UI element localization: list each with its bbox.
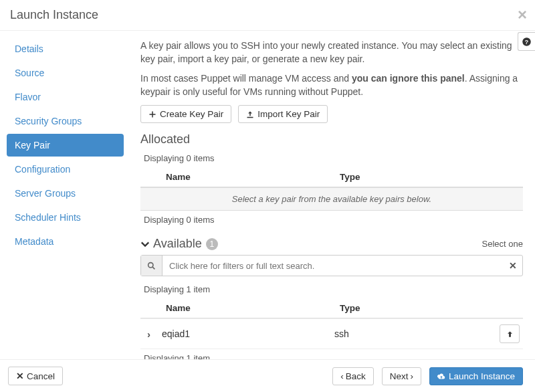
help-icon: ? — [522, 37, 532, 47]
available-count-badge: 1 — [206, 238, 218, 250]
modal-header: Launch Instance × — [0, 0, 535, 31]
clear-search-icon[interactable]: ✕ — [504, 260, 522, 271]
next-button[interactable]: Next › — [382, 367, 421, 385]
col-name-header: Name — [166, 172, 340, 182]
allocated-count-bottom: Displaying 0 items — [140, 211, 523, 229]
create-key-pair-button[interactable]: Create Key Pair — [140, 105, 231, 123]
available-table-header: Name Type — [140, 298, 523, 318]
content-panel: A key pair allows you to SSH into your n… — [124, 31, 535, 360]
sidebar-item-server-groups[interactable]: Server Groups — [7, 182, 124, 205]
help-button[interactable]: ? — [518, 32, 535, 51]
table-row: › eqiad1 ssh — [140, 318, 523, 349]
plus-icon — [148, 110, 156, 118]
svg-text:?: ? — [525, 38, 528, 45]
search-icon — [147, 262, 156, 270]
available-heading[interactable]: Available 1 Select one — [140, 237, 523, 251]
upload-icon — [246, 110, 254, 118]
chevron-right-icon: › — [410, 371, 413, 381]
sidebar-item-configuration[interactable]: Configuration — [7, 158, 124, 181]
col-type-header: Type — [340, 172, 498, 182]
modal-body: Details Source Flavor Security Groups Ke… — [0, 31, 535, 360]
allocate-button[interactable] — [500, 324, 520, 343]
modal-title: Launch Instance — [10, 8, 525, 22]
sidebar: Details Source Flavor Security Groups Ke… — [0, 31, 124, 360]
sidebar-item-metadata[interactable]: Metadata — [7, 230, 124, 253]
chevron-left-icon: ‹ — [340, 371, 344, 381]
svg-point-2 — [148, 262, 153, 267]
sidebar-item-source[interactable]: Source — [7, 62, 124, 84]
row-type: ssh — [334, 328, 500, 339]
cancel-button[interactable]: ✕ Cancel — [8, 367, 63, 385]
sidebar-item-details[interactable]: Details — [7, 37, 124, 60]
intro-text-2: In most cases Puppet will manage VM acce… — [140, 72, 523, 99]
search-icon-box[interactable] — [141, 256, 163, 276]
x-icon: ✕ — [16, 371, 24, 381]
select-one-label: Select one — [482, 239, 523, 249]
footer-right: ‹ Back Next › Launch Instance — [332, 367, 527, 385]
row-name: eqiad1 — [162, 328, 334, 339]
close-icon[interactable]: × — [518, 5, 527, 24]
col-type-header-2: Type — [340, 303, 471, 313]
launch-instance-button[interactable]: Launch Instance — [429, 367, 523, 385]
expand-row-icon[interactable]: › — [147, 328, 162, 340]
sidebar-item-scheduler-hints[interactable]: Scheduler Hints — [7, 206, 124, 229]
search-input[interactable] — [163, 256, 504, 276]
available-count-bottom: Displaying 1 item — [140, 349, 523, 360]
col-name-header-2: Name — [166, 303, 340, 313]
chevron-down-icon — [140, 239, 150, 249]
modal-footer: ✕ Cancel ‹ Back Next › Launch Instance — [0, 359, 535, 392]
available-count-top: Displaying 1 item — [140, 280, 523, 298]
sidebar-item-flavor[interactable]: Flavor — [7, 86, 124, 108]
keypair-buttons: Create Key Pair Import Key Pair — [140, 105, 523, 123]
back-button[interactable]: ‹ Back — [332, 367, 374, 385]
cloud-upload-icon — [437, 372, 445, 380]
sidebar-item-security-groups[interactable]: Security Groups — [7, 110, 124, 132]
import-key-pair-button[interactable]: Import Key Pair — [238, 105, 328, 123]
allocated-heading: Allocated — [140, 132, 523, 146]
search-bar: ✕ — [140, 255, 523, 276]
intro-text-1: A key pair allows you to SSH into your n… — [140, 39, 523, 66]
allocated-empty-row: Select a key pair from the available key… — [140, 187, 523, 211]
allocated-count-top: Displaying 0 items — [140, 149, 523, 167]
sidebar-item-key-pair[interactable]: Key Pair — [7, 134, 124, 157]
allocated-table-header: Name Type — [140, 167, 523, 187]
arrow-up-icon — [506, 330, 514, 338]
